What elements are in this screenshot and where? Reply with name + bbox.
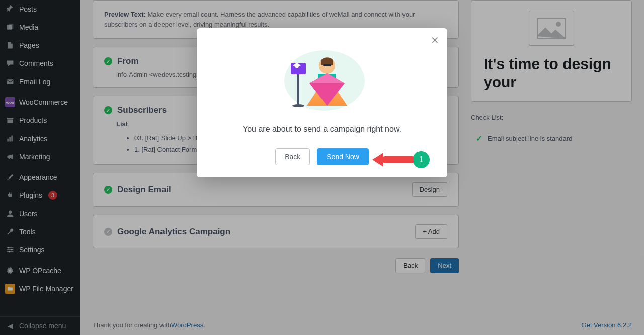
modal-illustration	[272, 40, 372, 116]
svg-rect-23	[323, 64, 331, 66]
send-now-button[interactable]: Send Now	[317, 148, 369, 165]
svg-rect-20	[297, 74, 299, 104]
modal-overlay[interactable]: ✕ You ar	[0, 0, 644, 335]
modal-message: You are about to send a campaign right n…	[209, 125, 435, 134]
svg-point-21	[292, 104, 304, 107]
close-icon[interactable]: ✕	[431, 34, 439, 46]
send-confirm-modal: ✕ You ar	[197, 28, 447, 177]
modal-back-button[interactable]: Back	[275, 148, 310, 165]
